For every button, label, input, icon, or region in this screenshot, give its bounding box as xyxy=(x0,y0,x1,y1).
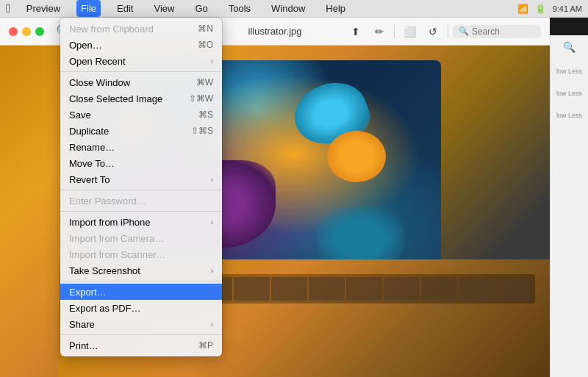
menu-item-take-screenshot[interactable]: Take Screenshot › xyxy=(60,262,222,279)
menu-item-export-label: Export… xyxy=(69,287,213,298)
take-screenshot-arrow: › xyxy=(211,267,213,275)
menu-item-take-screenshot-label: Take Screenshot xyxy=(69,265,208,276)
menu-item-print[interactable]: Print… ⌘P xyxy=(60,337,222,353)
menu-item-new-clipboard-label: New from Clipboard xyxy=(69,24,198,35)
menu-item-open-recent[interactable]: Open Recent › xyxy=(60,53,222,69)
menu-item-duplicate-label: Duplicate xyxy=(69,126,191,137)
menu-separator-3 xyxy=(60,211,222,212)
share-arrow: › xyxy=(211,320,213,328)
menu-item-print-shortcut: ⌘P xyxy=(198,340,213,351)
dropdown-overlay[interactable]: New from Clipboard ⌘N Open… ⌘O Open Rece… xyxy=(0,0,588,377)
menu-item-move-to-label: Move To… xyxy=(69,158,213,169)
menu-item-duplicate[interactable]: Duplicate ⇧⌘S xyxy=(60,123,222,139)
menu-item-save-label: Save xyxy=(69,109,198,121)
menu-item-import-scanner-label: Import from Scanner… xyxy=(69,249,213,260)
menu-item-close-selected-label: Close Selected Image xyxy=(69,93,189,104)
menu-separator-5 xyxy=(60,334,222,335)
menu-item-revert-to-label: Revert To xyxy=(69,174,208,185)
menu-item-close-window[interactable]: Close Window ⌘W xyxy=(60,74,222,90)
menu-item-close-selected[interactable]: Close Selected Image ⇧⌘W xyxy=(60,90,222,107)
menu-item-open-recent-label: Open Recent xyxy=(69,56,208,67)
menu-item-export-pdf[interactable]: Export as PDF… xyxy=(60,300,222,316)
menu-item-new-clipboard-shortcut: ⌘N xyxy=(198,24,213,34)
menu-item-move-to[interactable]: Move To… xyxy=(60,155,222,171)
file-menu-dropdown: New from Clipboard ⌘N Open… ⌘O Open Rece… xyxy=(60,18,222,356)
menu-item-duplicate-shortcut: ⇧⌘S xyxy=(191,126,213,136)
menu-item-share-label: Share xyxy=(69,319,208,330)
menu-separator-2 xyxy=(60,190,222,190)
menu-item-open-label: Open… xyxy=(69,40,198,51)
menu-item-close-window-shortcut: ⌘W xyxy=(196,77,213,87)
menu-item-open[interactable]: Open… ⌘O xyxy=(60,37,222,53)
menu-item-save-shortcut: ⌘S xyxy=(198,109,213,120)
menu-item-import-camera-label: Import from Camera… xyxy=(69,233,213,244)
menu-item-save[interactable]: Save ⌘S xyxy=(60,107,222,123)
menu-item-import-scanner[interactable]: Import from Scanner… xyxy=(60,246,222,262)
menu-item-share[interactable]: Share › xyxy=(60,316,222,332)
menu-separator-4 xyxy=(60,281,222,281)
menu-item-open-shortcut: ⌘O xyxy=(198,40,213,50)
menu-item-new-clipboard[interactable]: New from Clipboard ⌘N xyxy=(60,21,222,37)
menu-item-rename-label: Rename… xyxy=(69,142,213,153)
menu-item-enter-password-label: Enter Password… xyxy=(69,195,213,207)
menu-item-close-selected-shortcut: ⇧⌘W xyxy=(189,93,213,104)
menu-item-enter-password[interactable]: Enter Password… xyxy=(60,193,222,209)
menu-item-import-iphone[interactable]: Import from iPhone › xyxy=(60,214,222,230)
menu-separator-1 xyxy=(60,71,222,72)
open-recent-arrow: › xyxy=(211,57,213,65)
menu-item-close-window-label: Close Window xyxy=(69,77,196,88)
menu-item-import-camera[interactable]: Import from Camera… xyxy=(60,230,222,246)
revert-to-arrow: › xyxy=(211,176,213,184)
menu-item-revert-to[interactable]: Revert To › xyxy=(60,171,222,187)
menu-item-import-iphone-label: Import from iPhone xyxy=(69,217,208,228)
menu-item-print-label: Print… xyxy=(69,340,198,351)
import-iphone-arrow: › xyxy=(211,218,213,226)
menu-item-rename[interactable]: Rename… xyxy=(60,139,222,155)
menu-item-export-pdf-label: Export as PDF… xyxy=(69,303,213,314)
menu-item-export[interactable]: Export… xyxy=(60,284,222,300)
